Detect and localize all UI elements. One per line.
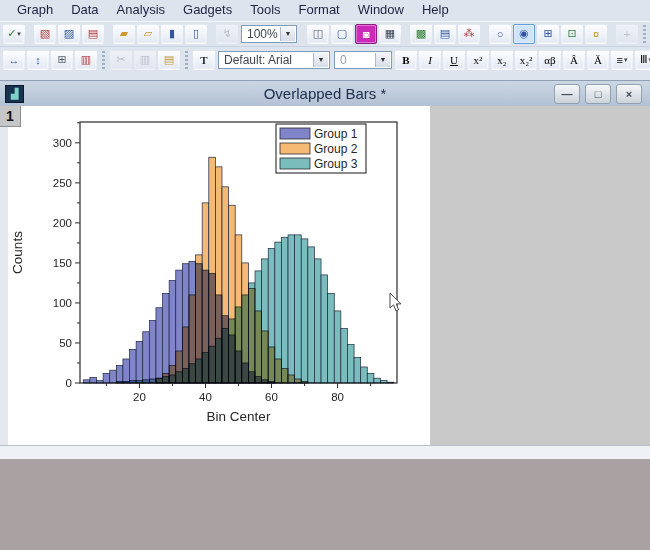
graph-window-title: Overlapped Bars * [0,85,650,102]
svg-text:150: 150 [53,257,72,269]
origin-app: { "menu": { "items": ["Graph", "Data", "… [0,0,650,550]
svg-text:80: 80 [331,391,344,403]
font-icon[interactable]: T [193,50,215,70]
settings-gear-icon[interactable]: ¤ [585,24,607,44]
close-button[interactable]: × [616,84,642,104]
svg-text:60: 60 [265,391,278,403]
bold-button[interactable]: B [395,50,417,70]
dropdown-arrow-icon[interactable]: ▼ [313,53,328,67]
svg-text:200: 200 [53,217,72,229]
toolbar-separator [105,24,112,44]
dropdown-arrow-icon[interactable]: ▼ [375,53,390,67]
subscript-button[interactable]: x₂ [491,50,513,70]
toolbar-grip [641,25,648,43]
histogram-chart: 20406080050100150200250300Bin CenterCoun… [8,106,430,445]
open-template-icon[interactable]: ▱ [137,24,159,44]
open-icon[interactable]: ▰ [113,24,135,44]
svg-text:300: 300 [53,137,72,149]
fullscreen-icon[interactable]: ◙ [355,24,377,44]
svg-text:Group 3: Group 3 [314,157,358,171]
subsuperscript-button[interactable]: x₂² [515,50,537,70]
dropdown-arrow-icon[interactable]: ▼ [280,27,295,41]
svg-text:Group 2: Group 2 [314,142,358,156]
italic-button[interactable]: I [419,50,441,70]
svg-text:0: 0 [66,377,72,389]
graph-template-icon[interactable]: ✓▾ [3,24,25,44]
script-window-icon[interactable]: ⊡ [561,24,583,44]
maximize-button[interactable]: □ [585,84,611,104]
cut-icon[interactable]: ✂ [110,50,132,70]
menu-gadgets[interactable]: Gadgets [174,0,241,20]
new-graph-icon[interactable]: ▧ [34,24,56,44]
window-left-edge [0,106,8,446]
digitizer-icon[interactable]: ▩ [410,24,432,44]
worksheet-icon[interactable]: ⊞ [537,24,559,44]
svg-text:50: 50 [59,337,72,349]
decrease-font-button[interactable]: Ǎ [587,50,609,70]
svg-text:40: 40 [199,391,212,403]
menu-bar: GraphDataAnalysisGadgetsToolsFormatWindo… [0,0,650,20]
size-combo[interactable]: 0▼ [334,51,392,69]
menu-analysis[interactable]: Analysis [108,0,174,20]
svg-text:20: 20 [133,391,146,403]
toolbar-separator [299,24,306,44]
svg-text:250: 250 [53,177,72,189]
insert-table-icon[interactable]: ⊞ [51,50,73,70]
zoom-out-icon[interactable]: ○ [489,24,511,44]
toolbar-separator [208,24,215,44]
menu-help[interactable]: Help [413,0,458,20]
increase-font-button[interactable]: Â [563,50,585,70]
add-column-icon[interactable]: + [616,24,638,44]
toolbar-separator [26,24,33,44]
toolbar-grip [100,51,107,69]
print-icon[interactable]: ◫ [307,24,329,44]
graph-page[interactable]: 20406080050100150200250300Bin CenterCoun… [8,106,430,445]
resize-layer-icon[interactable]: ↕ [27,50,49,70]
layout-icon[interactable]: ▤ [434,24,456,44]
new-picture-icon[interactable]: ▤ [82,24,104,44]
slideshow-icon[interactable]: ▢ [331,24,353,44]
font-combo[interactable]: Default: Arial▼ [218,51,330,69]
graph-window: ▟ Overlapped Bars * — □ × 20406080050100… [0,80,650,458]
svg-text:Group 1: Group 1 [314,127,358,141]
zoom-combo[interactable]: 100%▼ [241,25,297,43]
app-chrome: GraphDataAnalysisGadgetsToolsFormatWindo… [0,0,650,80]
menu-graph[interactable]: Graph [8,0,62,20]
superscript-button[interactable]: x² [467,50,489,70]
toolbar-separator [608,24,615,44]
underline-button[interactable]: U [443,50,465,70]
save-icon[interactable]: ▮ [161,24,183,44]
alignment-button[interactable]: ≡▾ [611,50,633,70]
y-axis-title: Counts [10,231,25,274]
video-icon[interactable]: ▦ [379,24,401,44]
border-button[interactable]: Ⅲ▾ [635,50,650,70]
toolbar-format: ↔↕⊞▥✂▥▤TDefault: Arial▼0▼BIUx²x₂x₂²αβÂǍ≡… [0,46,650,72]
menu-window[interactable]: Window [349,0,413,20]
rescale-axes-icon[interactable]: ↔ [3,50,25,70]
toolbar-standard: ✓▾▧▨▤▰▱▮▯↯100%▼◫▢◙▦▩▤⁂○◉⊞⊡¤+Σ∑⇅¹²³ [0,21,650,45]
window-bottom-edge [0,445,650,459]
project-explorer-icon[interactable]: ⁂ [458,24,480,44]
graph-window-client: 20406080050100150200250300Bin CenterCoun… [0,106,650,446]
svg-text:100: 100 [53,297,72,309]
menu-data[interactable]: Data [62,0,107,20]
legend: Group 1Group 2Group 3 [276,124,366,173]
x-axis-title: Bin Center [207,409,271,424]
duplicate-sheet-icon[interactable]: ▥ [75,50,97,70]
copy-icon[interactable]: ▥ [134,50,156,70]
toolbar-separator [402,24,409,44]
toolbar-grip [183,51,190,69]
graph-window-titlebar[interactable]: ▟ Overlapped Bars * — □ × [0,81,650,106]
layer-1-badge[interactable]: 1 [0,106,21,127]
menu-format[interactable]: Format [290,0,349,20]
greek-button[interactable]: αβ [539,50,561,70]
paste-icon[interactable]: ▤ [158,50,180,70]
minimize-button[interactable]: — [554,84,580,104]
save-template-icon[interactable]: ▯ [185,24,207,44]
recalculate-icon[interactable]: ↯ [216,24,238,44]
import-wizard-icon[interactable]: ▨ [58,24,80,44]
toolbar-separator [481,24,488,44]
menu-tools[interactable]: Tools [241,0,289,20]
zoom-in-icon[interactable]: ◉ [513,24,535,44]
